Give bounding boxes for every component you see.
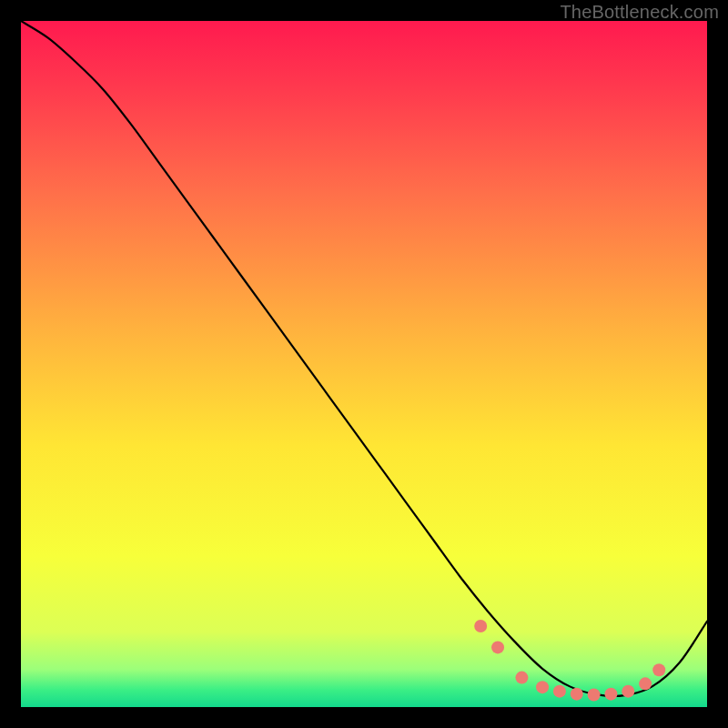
marker-dot xyxy=(491,641,504,653)
chart-svg xyxy=(21,21,707,707)
marker-dot xyxy=(474,620,487,632)
marker-dot xyxy=(639,677,652,690)
marker-dot xyxy=(622,685,634,698)
chart-frame xyxy=(21,21,707,707)
marker-dot xyxy=(604,688,617,701)
chart-background xyxy=(21,21,707,707)
marker-dot xyxy=(515,672,528,684)
watermark-text: TheBottleneck.com xyxy=(560,2,719,23)
marker-dot xyxy=(571,688,583,701)
marker-dot xyxy=(588,688,601,701)
marker-dot xyxy=(652,663,665,676)
marker-dot xyxy=(553,685,566,698)
marker-dot xyxy=(536,681,549,693)
